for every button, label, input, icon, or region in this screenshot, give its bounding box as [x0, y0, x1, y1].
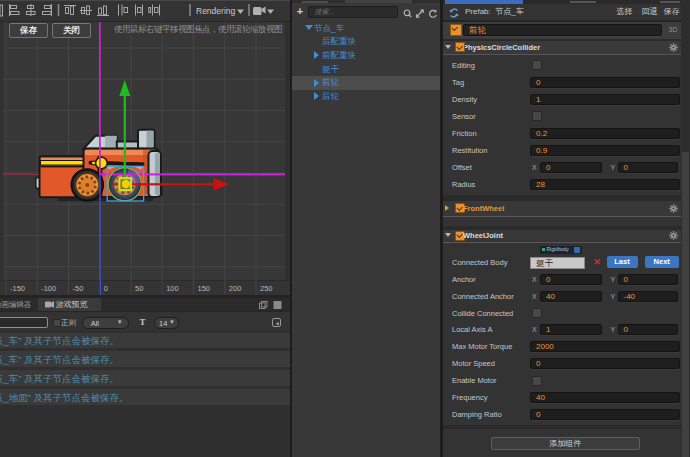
svg-text:-50: -50 — [73, 284, 84, 293]
svg-text:50: 50 — [135, 284, 143, 293]
svg-text:Rendering: Rendering — [196, 6, 235, 16]
svg-text:0: 0 — [104, 284, 108, 293]
svg-text:250: 250 — [260, 284, 273, 293]
svg-text:-100: -100 — [41, 284, 56, 293]
svg-text:150: 150 — [198, 284, 211, 293]
svg-text:-150: -150 — [10, 284, 25, 293]
svg-text:100: 100 — [166, 284, 179, 293]
svg-text:200: 200 — [229, 284, 242, 293]
